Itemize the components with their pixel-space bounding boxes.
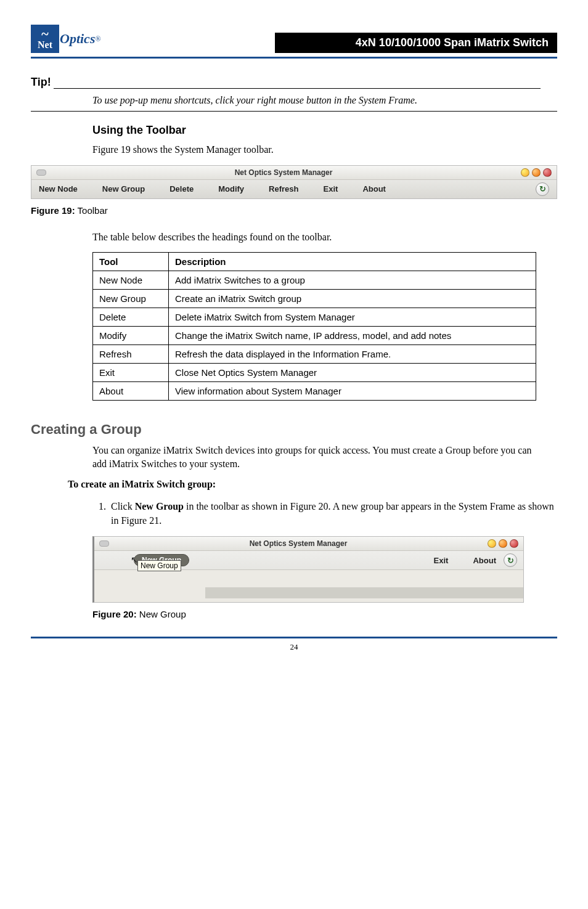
figure19-label: Figure 19:	[31, 205, 75, 216]
toolbar-delete[interactable]: Delete	[169, 184, 194, 194]
window-titlebar: Net Optics System Manager	[31, 166, 557, 180]
minimize-dot-icon[interactable]	[521, 168, 529, 177]
table-row: RefreshRefresh the data displayed in the…	[93, 345, 536, 364]
figure20-caption: Figure 20: New Group	[92, 609, 557, 619]
step-list: Click New Group in the toolbar as shown …	[92, 500, 557, 528]
figure20-newgroup-screenshot: Net Optics System Manager New Group Exit…	[92, 536, 524, 603]
tip-text: To use pop-up menu shortcuts, click your…	[92, 95, 545, 106]
logo-optics-text: Optics	[60, 31, 95, 47]
cursor-icon: ↖	[131, 555, 138, 565]
toolbar-new-node[interactable]: New Node	[39, 184, 78, 194]
toolbar-about[interactable]: About	[362, 184, 386, 194]
step1-pre: Click	[111, 501, 135, 512]
tip-label: Tip!	[31, 76, 51, 88]
table-header-row: Tool Description	[93, 253, 536, 271]
tip-bottom-underline	[31, 111, 557, 112]
tip-label-line: Tip!	[31, 76, 557, 89]
close-dot-icon[interactable]	[510, 539, 518, 548]
table-intro: The table below describes the headings f…	[92, 230, 533, 244]
table-row: DeleteDelete iMatrix Switch from System …	[93, 308, 536, 327]
refresh-spinner-icon[interactable]: ↻	[536, 182, 549, 196]
toolbar-refresh[interactable]: Refresh	[269, 184, 298, 194]
col-tool: Tool	[93, 253, 169, 271]
figure19-toolbar-screenshot: Net Optics System Manager New Node New G…	[31, 165, 557, 199]
footer-divider	[31, 637, 557, 638]
step-1: Click New Group in the toolbar as shown …	[108, 500, 557, 528]
col-description: Description	[169, 253, 536, 271]
toolbar-row: New Node New Group Delete Modify Refresh…	[31, 180, 557, 198]
creating-group-intro: You can organize iMatrix Switch devices …	[92, 444, 533, 470]
group-bar-placeholder	[205, 587, 523, 598]
window-control-dots	[488, 539, 518, 548]
system-frame-area: ↖ New Group	[94, 570, 523, 602]
table-row: ModifyChange the iMatrix Switch name, IP…	[93, 327, 536, 345]
tip-underline	[54, 79, 541, 89]
maximize-dot-icon[interactable]	[499, 539, 507, 548]
step1-bold: New Group	[135, 501, 184, 512]
netoptics-logo: ~ Net Optics ®	[31, 25, 101, 53]
window-handle-icon	[99, 540, 109, 547]
figure19-caption-text: Toolbar	[75, 205, 108, 216]
using-toolbar-heading: Using the Toolbar	[92, 124, 557, 137]
creating-group-heading: Creating a Group	[31, 422, 557, 438]
toolbar-about[interactable]: About	[473, 556, 496, 565]
window-control-dots	[521, 168, 552, 177]
logo-box: ~ Net	[31, 25, 59, 53]
page-header: ~ Net Optics ® 4xN 10/100/1000 Span iMat…	[31, 25, 557, 53]
table-row: AboutView information about System Manag…	[93, 382, 536, 401]
close-dot-icon[interactable]	[543, 168, 552, 177]
using-toolbar-intro: Figure 19 shows the System Manager toolb…	[92, 143, 533, 157]
minimize-dot-icon[interactable]	[488, 539, 496, 548]
logo-registered-icon: ®	[95, 35, 100, 44]
maximize-dot-icon[interactable]	[532, 168, 541, 177]
refresh-spinner-icon[interactable]: ↻	[504, 553, 517, 567]
table-row: New GroupCreate an iMatrix Switch group	[93, 290, 536, 308]
window-titlebar: Net Optics System Manager	[94, 537, 523, 551]
toolbar-exit[interactable]: Exit	[434, 556, 449, 565]
table-row: New NodeAdd iMatrix Switches to a group	[93, 271, 536, 290]
new-group-tooltip: ↖ New Group	[137, 560, 181, 571]
figure19-caption: Figure 19: Toolbar	[31, 205, 557, 216]
tooltip-text: New Group	[141, 561, 178, 570]
toolbar-modify[interactable]: Modify	[218, 184, 244, 194]
figure20-label: Figure 20:	[92, 609, 137, 619]
tool-description-table: Tool Description New NodeAdd iMatrix Swi…	[92, 252, 536, 401]
step-label: To create an iMatrix Switch group:	[68, 479, 557, 490]
figure20-caption-text: New Group	[137, 609, 186, 619]
document-title-bar: 4xN 10/100/1000 Span iMatrix Switch	[275, 33, 557, 53]
logo-net-text: Net	[38, 39, 52, 51]
window-handle-icon	[36, 169, 46, 176]
window-title: Net Optics System Manager	[46, 168, 521, 177]
header-divider	[31, 57, 557, 59]
table-row: ExitClose Net Optics System Manager	[93, 364, 536, 382]
window-title: Net Optics System Manager	[109, 539, 488, 548]
page-number: 24	[31, 642, 557, 652]
toolbar-exit[interactable]: Exit	[324, 184, 338, 194]
toolbar-new-group[interactable]: New Group	[102, 184, 145, 194]
